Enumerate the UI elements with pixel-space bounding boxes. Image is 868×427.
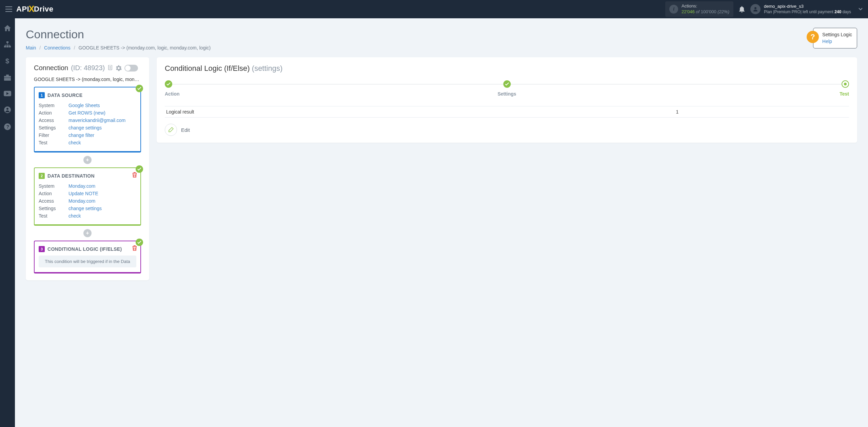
menu-icon[interactable] <box>5 6 12 12</box>
svg-text:$: $ <box>5 58 9 64</box>
connection-panel: Connection (ID: 48923) GOOGLE SHEETS -> … <box>26 57 149 280</box>
source-test[interactable]: check <box>68 140 81 145</box>
source-system[interactable]: Google Sheets <box>68 103 100 108</box>
logo-post: Drive <box>34 5 54 14</box>
dest-test[interactable]: check <box>68 213 81 219</box>
breadcrumb-current: GOOGLE SHEETS -> (monday.com, logic, mon… <box>79 45 211 50</box>
block-data-source[interactable]: 1 DATA SOURCE SystemGoogle Sheets Action… <box>34 87 141 152</box>
step-settings-label: Settings <box>497 91 516 97</box>
svg-rect-6 <box>4 76 11 81</box>
source-settings[interactable]: change settings <box>68 125 102 130</box>
step-test-icon[interactable] <box>842 80 849 88</box>
svg-rect-7 <box>6 75 9 76</box>
copy-icon[interactable] <box>107 65 113 71</box>
block-note: This condition will be triggered if in t… <box>39 256 136 267</box>
topbar: APIXDrive i Actions: 22'046 of 100'000 (… <box>0 0 868 18</box>
step-test-label: Test <box>840 91 849 97</box>
sidebar-connections[interactable] <box>0 40 15 49</box>
info-icon: i <box>669 5 678 14</box>
actions-of: of <box>695 9 701 14</box>
help-link[interactable]: Help <box>822 38 852 45</box>
connection-id: (ID: 48923) <box>71 64 105 72</box>
source-action[interactable]: Get ROWS (new) <box>68 110 105 116</box>
sidebar: $ ? <box>0 18 15 290</box>
step-action-label: Action <box>165 91 180 97</box>
dest-settings[interactable]: change settings <box>68 206 102 211</box>
actions-label: Actions: <box>682 3 729 9</box>
actions-count: 22'046 <box>682 9 695 14</box>
user-plan: Plan |Premium PRO| left until payment 24… <box>764 9 851 15</box>
step-settings-icon[interactable] <box>503 80 511 88</box>
svg-point-11 <box>6 108 8 110</box>
edit-label: Edit <box>181 127 190 133</box>
gear-icon[interactable] <box>116 65 122 71</box>
svg-rect-4 <box>9 46 11 47</box>
logo-pre: API <box>16 5 29 14</box>
block-number: 3 <box>39 246 45 252</box>
help-title: Settings Logic <box>822 32 852 38</box>
source-access[interactable]: maverickandrii@gmail.com <box>68 118 125 123</box>
check-icon <box>136 165 143 173</box>
page-title: Connection <box>26 28 211 41</box>
sidebar-billing[interactable]: $ <box>0 56 15 66</box>
user-menu[interactable]: demo_apix-drive_s3 Plan |Premium PRO| le… <box>750 4 863 15</box>
block-number: 1 <box>39 92 45 98</box>
chevron-down-icon <box>859 8 863 11</box>
help-icon: ? <box>807 31 819 43</box>
delete-icon[interactable] <box>132 172 137 178</box>
svg-point-0 <box>754 7 756 9</box>
result-table: Logical result 1 <box>165 106 849 118</box>
dest-access[interactable]: Monday.com <box>68 198 95 204</box>
add-block-button[interactable]: + <box>83 156 92 164</box>
sidebar-help[interactable]: ? <box>0 122 15 131</box>
svg-rect-3 <box>6 46 8 47</box>
connection-toggle[interactable] <box>124 65 138 72</box>
avatar-icon <box>750 4 761 14</box>
dest-action[interactable]: Update NOTE <box>68 191 98 196</box>
svg-rect-2 <box>4 46 6 47</box>
actions-pct: (22%) <box>716 9 729 14</box>
pencil-icon <box>165 124 177 136</box>
add-block-button[interactable]: + <box>83 229 92 237</box>
block-title: DATA DESTINATION <box>47 173 95 179</box>
actions-total: 100'000 <box>701 9 716 14</box>
result-value: 1 <box>507 109 848 115</box>
svg-text:?: ? <box>6 124 9 129</box>
block-data-destination[interactable]: 2 DATA DESTINATION SystemMonday.com Acti… <box>34 167 141 226</box>
block-title: DATA SOURCE <box>47 93 82 98</box>
actions-box[interactable]: i Actions: 22'046 of 100'000 (22%) <box>665 1 733 17</box>
dest-system[interactable]: Monday.com <box>68 183 95 189</box>
sidebar-briefcase[interactable] <box>0 73 15 82</box>
breadcrumb: Main / Connections / GOOGLE SHEETS -> (m… <box>26 45 211 50</box>
check-icon <box>136 239 143 246</box>
breadcrumb-connections[interactable]: Connections <box>44 45 71 50</box>
sidebar-profile[interactable] <box>0 105 15 115</box>
help-box: ? Settings Logic Help <box>813 28 857 48</box>
logo-x: X <box>28 4 35 14</box>
sidebar-home[interactable] <box>0 24 15 33</box>
connection-label: Connection <box>34 64 68 72</box>
stepper: Action Settings Test <box>165 80 849 100</box>
logo[interactable]: APIXDrive <box>16 4 54 15</box>
block-conditional-logic[interactable]: 3 CONDITIONAL LOGIC (IF/ELSE) This condi… <box>34 241 141 273</box>
block-number: 2 <box>39 173 45 179</box>
check-icon <box>136 85 143 92</box>
svg-rect-8 <box>4 78 11 78</box>
bell-icon[interactable] <box>739 6 745 13</box>
delete-icon[interactable] <box>132 245 137 251</box>
breadcrumb-main[interactable]: Main <box>26 45 36 50</box>
edit-button[interactable]: Edit <box>165 124 190 136</box>
svg-rect-1 <box>6 41 8 43</box>
step-action-icon[interactable] <box>165 80 172 88</box>
block-title: CONDITIONAL LOGIC (IF/ELSE) <box>47 246 122 252</box>
connection-path: GOOGLE SHEETS -> (monday.com, logic, mon… <box>34 77 141 82</box>
source-filter[interactable]: change filter <box>68 133 94 138</box>
result-label: Logical result <box>166 109 507 115</box>
sidebar-video[interactable] <box>0 89 15 98</box>
username: demo_apix-drive_s3 <box>764 4 851 9</box>
settings-panel: Conditional Logic (If/Else) (settings) A… <box>157 57 857 143</box>
panel-title: Conditional Logic (If/Else) (settings) <box>165 64 849 73</box>
